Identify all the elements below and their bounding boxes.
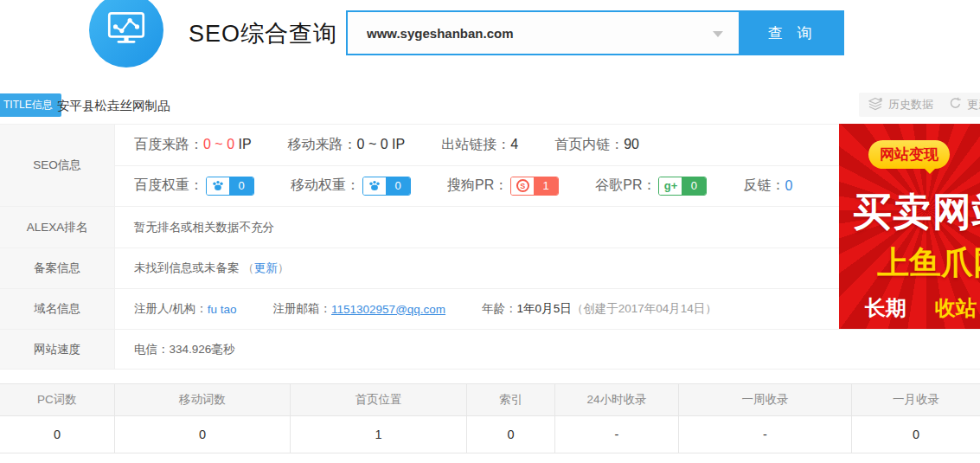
title-info-badge: TITLE信息 — [0, 93, 61, 117]
site-title: 安平县松垚丝网制品 — [57, 98, 170, 114]
stats-value-mobile-words: 0 — [115, 416, 291, 453]
google-plus-icon: g+ — [659, 177, 682, 195]
home-inlinks: 首页内链： 90 — [554, 136, 639, 154]
stats-col-pc-words: PC词数 — [0, 384, 115, 415]
mobile-traffic: 移动来路： 0 ~ 0 IP — [288, 136, 406, 154]
stats-table: PC词数 移动词数 首页位置 索引 24小时收录 一周收录 一月收录 0 0 1… — [0, 383, 980, 453]
registrant-value[interactable]: fu tao — [208, 303, 237, 316]
layers-icon — [868, 97, 883, 113]
alexa-row-label: ALEXA排名 — [0, 207, 115, 248]
icp-value: 未找到信息或未备案 — [134, 260, 240, 276]
domain-row: 域名信息 注册人/机构： fu tao 注册邮箱： 1151302957@qq.… — [0, 289, 980, 330]
stats-col-index: 索引 — [467, 384, 555, 415]
update-label: 更新 — [967, 97, 980, 113]
page-title: SEO综合查询 — [189, 18, 337, 49]
sogou-s-icon: S — [511, 177, 534, 195]
stats-col-month-collect: 一月收录 — [852, 384, 980, 415]
ad-banner[interactable]: 网站变现 买卖网站 上鱼爪网 长期 收站 — [839, 124, 980, 329]
speed-value: 电信：334.926毫秒 — [115, 330, 980, 369]
stats-col-week-collect: 一周收录 — [679, 384, 852, 415]
monitor-chart-icon — [103, 5, 150, 55]
paw-icon — [363, 177, 386, 195]
mobile-traffic-value: 0 ~ 0 — [357, 137, 388, 152]
speed-row: 网站速度 电信：334.926毫秒 — [0, 330, 980, 369]
register-email-link[interactable]: 1151302957@qq.com — [331, 303, 445, 316]
domain-row-label: 域名信息 — [0, 289, 115, 329]
mobile-weight: 移动权重： 0 — [291, 177, 411, 196]
ad-bubble-text: 网站变现 — [868, 140, 950, 169]
chevron-down-icon[interactable] — [713, 31, 723, 37]
search-box: 查 询 — [346, 10, 844, 55]
mobile-weight-value: 0 — [386, 177, 410, 195]
seo-info-table: SEO信息 百度来路： 0 ~ 0 IP 移动来路： 0 ~ 0 IP — [0, 124, 980, 370]
domain-age-value: 1年0月5日 — [517, 301, 572, 317]
seo-query-page: SEO综合查询 查 询 TITLE信息 安平县松垚丝网制品 历史数据 更新 — [0, 0, 980, 463]
paw-icon — [207, 177, 229, 195]
search-input-wrap — [346, 10, 740, 55]
stats-col-mobile-words: 移动词数 — [115, 384, 291, 415]
stats-col-home-position: 首页位置 — [291, 384, 467, 415]
registrant: 注册人/机构： fu tao — [134, 301, 237, 317]
stats-value-index: 0 — [467, 416, 555, 453]
google-pr-value: 0 — [682, 177, 706, 195]
icp-update-link[interactable]: 更新 — [254, 260, 278, 276]
stats-value-home-position: 1 — [291, 416, 467, 453]
alexa-row: ALEXA排名 暂无排名或相关数据不充分 — [0, 207, 980, 248]
domain-age: 年龄： 1年0月5日 （创建于2017年04月14日） — [482, 301, 717, 317]
baidu-traffic: 百度来路： 0 ~ 0 IP — [134, 136, 252, 154]
sogou-pr-badge[interactable]: S 1 — [510, 177, 559, 196]
stats-col-24h-collect: 24小时收录 — [555, 384, 679, 415]
app-logo — [89, 0, 163, 68]
stats-value-month-collect: 0 — [852, 416, 980, 453]
seo-info-row-label: SEO信息 — [0, 125, 115, 206]
icp-row: 备案信息 未找到信息或未备案 （ 更新 ） — [0, 248, 980, 289]
ad-headline: 买卖网站 — [853, 186, 980, 238]
history-data-label: 历史数据 — [888, 97, 933, 113]
register-email: 注册邮箱： 1151302957@qq.com — [273, 301, 446, 317]
update-button[interactable]: 更新 — [939, 93, 980, 117]
home-inlinks-value: 90 — [624, 137, 639, 152]
history-data-button[interactable]: 历史数据 — [859, 93, 943, 117]
stats-value-24h-collect: - — [555, 416, 679, 453]
stats-value-pc-words: 0 — [0, 416, 115, 453]
outbound-links-value: 4 — [510, 137, 518, 152]
baidu-weight: 百度权重： 0 — [134, 177, 254, 196]
ad-subheadline: 上鱼爪网 — [877, 241, 980, 285]
outbound-links: 出站链接： 4 — [441, 136, 518, 154]
domain-created-note: （创建于2017年04月14日） — [572, 301, 717, 317]
backlinks: 反链： 0 — [743, 177, 792, 195]
baidu-weight-value: 0 — [229, 177, 253, 195]
baidu-weight-badge[interactable]: 0 — [206, 177, 254, 196]
speed-row-label: 网站速度 — [0, 330, 115, 369]
backlinks-value[interactable]: 0 — [785, 178, 792, 194]
search-input[interactable] — [348, 12, 739, 54]
seo-info-row: SEO信息 百度来路： 0 ~ 0 IP 移动来路： 0 ~ 0 IP — [0, 125, 980, 207]
icp-row-label: 备案信息 — [0, 248, 115, 288]
sogou-pr-value: 1 — [534, 177, 558, 195]
ad-footline: 长期 收站 — [865, 294, 977, 322]
query-button[interactable]: 查 询 — [740, 10, 844, 55]
google-pr-badge[interactable]: g+ 0 — [658, 177, 707, 196]
stats-header-row: PC词数 移动词数 首页位置 索引 24小时收录 一周收录 一月收录 — [0, 384, 980, 416]
stats-value-week-collect: - — [679, 416, 852, 453]
baidu-traffic-value: 0 ~ 0 — [203, 137, 234, 152]
mobile-weight-badge[interactable]: 0 — [362, 177, 411, 196]
refresh-icon — [949, 97, 962, 113]
google-pr: 谷歌PR： g+ 0 — [595, 177, 707, 196]
sogou-pr: 搜狗PR： S 1 — [447, 177, 559, 196]
stats-values-row: 0 0 1 0 - - 0 — [0, 416, 980, 453]
